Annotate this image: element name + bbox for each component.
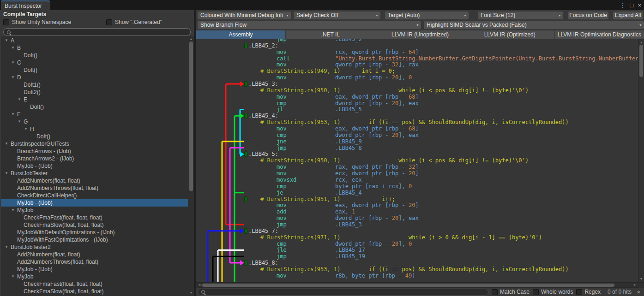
whole-words-checkbox[interactable]: Whole words bbox=[533, 289, 573, 295]
code-line[interactable]: .LBB45_2: bbox=[196, 42, 638, 49]
tree-item[interactable]: CheckDirectCallHelper() bbox=[1, 192, 188, 199]
code-line[interactable]: # BurstString.cs(949, 1) int i = 0; bbox=[196, 68, 638, 74]
code-line[interactable]: .LBB45_3: bbox=[196, 81, 638, 87]
expander-triangle-icon[interactable]: ▼ bbox=[11, 44, 17, 52]
tree-item[interactable]: MyJob - (IJob) bbox=[1, 162, 188, 170]
hscrollbar-thumb[interactable] bbox=[202, 284, 614, 287]
tree-item[interactable]: CheckFmaSlow(float, float, float) bbox=[1, 288, 188, 295]
tree-item[interactable]: CheckFmaSlow(float, float, float) bbox=[1, 221, 188, 229]
tree-item[interactable]: ▼BurstJobTester2 bbox=[1, 243, 188, 251]
code-line[interactable]: movrax, qword ptr [rbp - 32] bbox=[196, 164, 638, 170]
debug-info-dropdown[interactable]: Coloured With Minimal Debug Infi bbox=[198, 12, 291, 19]
code-line[interactable]: call"Unity.Burst.BurstString.NumberBuffe… bbox=[196, 55, 638, 62]
safety-check-dropdown[interactable]: Safety Check Off bbox=[294, 12, 380, 19]
match-case-checkbox[interactable]: Match Case bbox=[492, 289, 530, 295]
expander-triangle-icon[interactable]: ▼ bbox=[18, 96, 24, 103]
tree-item[interactable]: ▼BurstJobTester bbox=[1, 170, 188, 177]
code-line[interactable]: moveax, dword ptr [rbp - 68] bbox=[196, 94, 638, 100]
code-line[interactable]: .LBB45_5: bbox=[196, 151, 638, 157]
tab-assembly[interactable]: Assembly bbox=[196, 30, 285, 39]
tree-item-selected[interactable]: MyJob - (IJob) bbox=[1, 199, 188, 207]
scroll-up-icon[interactable]: ▲ bbox=[188, 37, 194, 41]
code-line[interactable]: .LBB45_7: bbox=[196, 228, 638, 234]
checkbox-icon[interactable] bbox=[3, 19, 9, 25]
expander-triangle-icon[interactable]: ▼ bbox=[5, 170, 11, 177]
tree-item[interactable]: ▼H bbox=[1, 125, 188, 133]
code-line[interactable]: # BurstString.cs(953, 1) if ((i == pos) … bbox=[196, 266, 638, 272]
code-line[interactable]: # BurstString.cs(953, 1) if ((i == pos) … bbox=[196, 119, 638, 125]
tab-llvm-ir-diagnostics[interactable]: LLVM IR Optimisation Diagnostics bbox=[555, 30, 644, 39]
code-line[interactable]: jne.LBB45_9 bbox=[196, 138, 638, 145]
code-line[interactable]: # BurstString.cs(950, 1) while (i < pos … bbox=[196, 157, 638, 164]
close-icon[interactable]: × bbox=[638, 2, 641, 9]
branch-flow-dropdown[interactable]: Show Branch Flow bbox=[198, 21, 421, 29]
code-line[interactable]: movdword ptr [rbp - 20], eax bbox=[196, 215, 638, 221]
checkbox-icon[interactable] bbox=[576, 289, 582, 295]
scroll-down-icon[interactable]: ▼ bbox=[188, 290, 194, 295]
code-horizontal-scrollbar[interactable]: ◄ ► bbox=[196, 282, 644, 287]
scroll-right-icon[interactable]: ► bbox=[632, 283, 638, 287]
tree-item[interactable]: ▼B bbox=[1, 44, 188, 52]
tree-item[interactable]: ▼F bbox=[1, 111, 188, 118]
tree-item[interactable]: ▼A bbox=[1, 37, 188, 44]
code-line[interactable]: cmpdword ptr [rbp - 20], 0 bbox=[196, 241, 638, 247]
expander-triangle-icon[interactable]: ▼ bbox=[24, 125, 30, 133]
checkbox-icon[interactable] bbox=[533, 289, 539, 295]
scroll-up-icon[interactable]: ▲ bbox=[638, 40, 644, 45]
code-line[interactable]: cmpdword ptr [rbp - 20], eax bbox=[196, 132, 638, 138]
target-dropdown[interactable]: Target (Auto) bbox=[385, 12, 469, 19]
tree-scrollbar-thumb[interactable] bbox=[189, 41, 193, 191]
code-line[interactable]: addeax, 1 bbox=[196, 208, 638, 215]
expander-triangle-icon[interactable]: ▼ bbox=[5, 243, 11, 251]
code-line[interactable]: movrcx, qword ptr [rbp - 64] bbox=[196, 49, 638, 55]
tab-llvm-ir-optimized[interactable]: LLVM IR (Optimized) bbox=[465, 30, 554, 39]
tree-item[interactable]: BranchArrows2 - (IJob) bbox=[1, 155, 188, 162]
tree-item[interactable]: MyJobWithDefaultOptimizations - (IJob) bbox=[1, 229, 188, 236]
tree-item[interactable]: DoIt1() bbox=[1, 81, 188, 89]
tree-item[interactable]: Add2NumbersThrows(float, float) bbox=[1, 184, 188, 192]
simd-highlight-dropdown[interactable]: Highlight SIMD Scalar vs Packed (False) bbox=[424, 21, 644, 29]
tree-item[interactable]: DoIt() bbox=[1, 103, 188, 111]
tree-item[interactable]: DoIt() bbox=[1, 133, 188, 140]
code-line[interactable]: movr8b, byte ptr [rbp - 49] bbox=[196, 272, 638, 279]
tree-item[interactable]: Add2Numbers(float, float) bbox=[1, 177, 188, 184]
tab-net-il[interactable]: .NET IL bbox=[286, 30, 375, 39]
code-line[interactable]: moveax, dword ptr [rbp - 68] bbox=[196, 125, 638, 132]
tree-item[interactable]: BranchArrows - (IJob) bbox=[1, 148, 188, 155]
find-input[interactable] bbox=[207, 289, 485, 295]
code-line[interactable]: movdword ptr [rbp - 20], 0 bbox=[196, 74, 638, 81]
maximize-icon[interactable]: □ bbox=[630, 2, 634, 9]
code-line[interactable]: moveax, dword ptr [rbp - 20] bbox=[196, 202, 638, 208]
code-line[interactable]: movsxdrcx, ecx bbox=[196, 177, 638, 183]
tree-item[interactable]: CheckFmaFast(float, float, float) bbox=[1, 214, 188, 221]
show-unity-namespace-checkbox[interactable]: Show Unity Namespace bbox=[3, 19, 106, 25]
assembly-code[interactable]: jmp.LBB45_2.LBB45_2:movrcx, qword ptr [r… bbox=[196, 39, 638, 282]
code-line[interactable]: jmp.LBB45_3 bbox=[196, 221, 638, 228]
expander-triangle-icon[interactable]: ▼ bbox=[18, 118, 24, 125]
expander-triangle-icon[interactable]: ▼ bbox=[11, 74, 17, 81]
tree-item[interactable]: Add2Numbers(float, float) bbox=[1, 251, 188, 258]
show-generated-checkbox[interactable]: Show ".Generated" bbox=[106, 19, 162, 25]
expander-triangle-icon[interactable]: ▼ bbox=[11, 273, 17, 280]
checkbox-icon[interactable] bbox=[106, 19, 112, 25]
tree-item[interactable]: CheckFmaFast(float, float, float) bbox=[1, 280, 188, 288]
tree-item[interactable]: ▼MyJob bbox=[1, 207, 188, 214]
tree-item[interactable]: MyJobWithFastOptimizations - (IJob) bbox=[1, 236, 188, 243]
targets-search-field[interactable] bbox=[3, 28, 191, 36]
code-line[interactable]: movqword ptr [rbp - 32], rax bbox=[196, 61, 638, 68]
tree-item[interactable]: ▼D bbox=[1, 74, 188, 81]
regex-checkbox[interactable]: Regex bbox=[576, 289, 601, 295]
font-size-dropdown[interactable]: Font Size (12) bbox=[478, 12, 563, 19]
scroll-down-icon[interactable]: ▼ bbox=[638, 277, 644, 281]
code-line[interactable]: # BurstString.cs(950, 1) while (i < pos … bbox=[196, 87, 638, 94]
code-line[interactable]: # BurstString.cs(971, 1) while (i > 0 &&… bbox=[196, 234, 638, 241]
code-line[interactable]: movecx, dword ptr [rbp - 20] bbox=[196, 170, 638, 177]
code-scrollbar-thumb[interactable] bbox=[639, 45, 643, 77]
code-line[interactable]: # BurstString.cs(951, 1) i++; bbox=[196, 196, 638, 202]
code-line[interactable]: cmpbyte ptr [rax + rcx], 0 bbox=[196, 183, 638, 189]
code-line[interactable]: je.LBB45_4 bbox=[196, 189, 638, 196]
expander-triangle-icon[interactable]: ▼ bbox=[5, 37, 11, 44]
code-line[interactable]: jl.LBB45_5 bbox=[196, 106, 638, 112]
menu-icon[interactable]: ⋮ bbox=[620, 2, 626, 9]
tab-llvm-ir-unoptimized[interactable]: LLVM IR (Unoptimized) bbox=[375, 30, 464, 39]
